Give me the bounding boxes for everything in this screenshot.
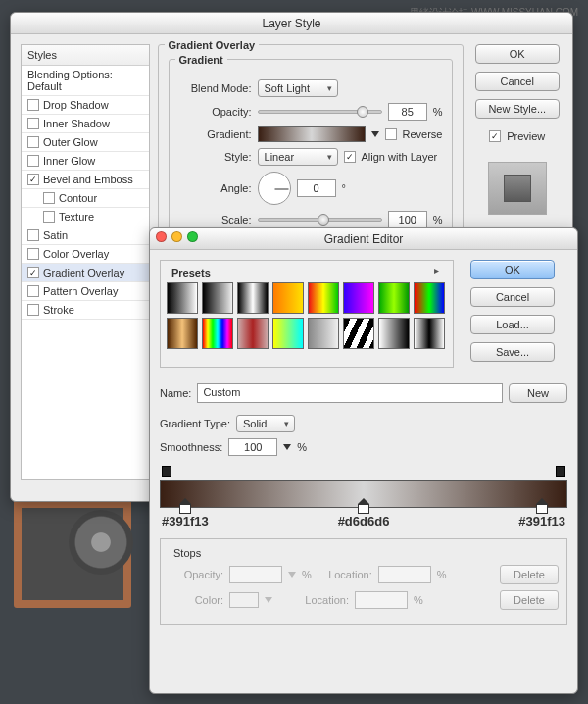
gradient-swatch[interactable] — [258, 126, 366, 142]
gradient-label: Gradient: — [179, 128, 252, 140]
preset-swatch[interactable] — [414, 318, 445, 349]
stops-panel: Stops Opacity: % Location: % Delete Colo… — [160, 538, 567, 625]
smoothness-field[interactable]: 100 — [228, 438, 277, 456]
reverse-checkbox[interactable] — [385, 128, 397, 140]
stop-opacity-unit: % — [302, 569, 312, 580]
style-item-outer-glow[interactable]: Outer Glow — [22, 133, 149, 152]
style-item-label: Contour — [59, 192, 97, 204]
style-item-inner-shadow[interactable]: Inner Shadow — [22, 115, 149, 133]
style-select[interactable]: Linear — [258, 148, 338, 166]
gradient-editor-window: Gradient Editor Presets ▸ OK Cancel Load… — [149, 227, 578, 694]
preset-swatch[interactable] — [308, 282, 339, 314]
save-button[interactable]: Save... — [470, 342, 555, 362]
preset-swatch[interactable] — [202, 282, 233, 314]
style-item-bevel-and-emboss[interactable]: ✓Bevel and Emboss — [22, 171, 149, 189]
opacity-stop-left[interactable] — [162, 466, 172, 477]
color-stop-right[interactable]: #391f13 — [518, 504, 565, 528]
style-item-color-overlay[interactable]: Color Overlay — [22, 245, 149, 264]
ok-button[interactable]: OK — [470, 260, 555, 279]
style-checkbox[interactable] — [27, 304, 39, 316]
new-button[interactable]: New — [509, 383, 567, 403]
gradient-editor-buttons: OK Cancel Load... Save... — [464, 260, 562, 368]
preset-swatch[interactable] — [378, 318, 410, 349]
zoom-icon[interactable] — [187, 231, 198, 242]
style-checkbox[interactable]: ✓ — [27, 267, 39, 278]
blend-mode-select[interactable]: Soft Light — [258, 79, 338, 97]
chevron-down-icon — [265, 597, 272, 603]
preview-label: Preview — [507, 130, 545, 142]
stops-label: Stops — [171, 547, 204, 559]
opacity-field[interactable]: 85 — [388, 103, 427, 121]
preset-swatch[interactable] — [414, 282, 445, 314]
preset-swatch[interactable] — [202, 318, 233, 349]
opacity-label: Opacity: — [179, 106, 252, 118]
style-item-label: Bevel and Emboss — [43, 174, 133, 185]
style-item-label: Satin — [43, 229, 68, 241]
align-checkbox[interactable]: ✓ — [344, 151, 356, 163]
gradient-editor-titlebar[interactable]: Gradient Editor — [150, 228, 577, 250]
style-item-texture[interactable]: Texture — [22, 208, 149, 226]
preset-swatch[interactable] — [378, 282, 410, 314]
cancel-button[interactable]: Cancel — [470, 287, 555, 307]
presets-menu-icon[interactable]: ▸ — [434, 265, 439, 276]
new-style-button[interactable]: New Style... — [475, 99, 560, 119]
style-item-label: Pattern Overlay — [43, 285, 118, 297]
style-checkbox[interactable] — [27, 285, 39, 297]
style-item-stroke[interactable]: Stroke — [22, 301, 149, 320]
preset-swatch[interactable] — [308, 318, 339, 349]
preset-swatch[interactable] — [237, 318, 269, 349]
opacity-slider[interactable] — [258, 110, 382, 114]
preview-checkbox[interactable]: ✓ — [489, 130, 501, 142]
style-item-inner-glow[interactable]: Inner Glow — [22, 152, 149, 171]
blending-options-row[interactable]: Blending Options: Default — [22, 66, 149, 96]
color-stop-left-hex: #391f13 — [162, 514, 209, 528]
preset-swatch[interactable] — [343, 318, 374, 349]
opacity-stop-right[interactable] — [556, 466, 565, 477]
opacity-unit: % — [433, 106, 443, 118]
smoothness-stepper-icon[interactable] — [283, 444, 291, 450]
preset-swatch[interactable] — [272, 318, 304, 349]
preset-swatch[interactable] — [167, 282, 198, 314]
stop-color-swatch — [229, 592, 259, 608]
style-item-satin[interactable]: Satin — [22, 226, 149, 245]
style-checkbox[interactable] — [27, 155, 39, 167]
style-item-label: Outer Glow — [43, 136, 98, 148]
style-item-gradient-overlay[interactable]: ✓Gradient Overlay — [22, 264, 149, 282]
style-item-pattern-overlay[interactable]: Pattern Overlay — [22, 282, 149, 301]
layer-style-titlebar[interactable]: Layer Style — [11, 13, 572, 34]
angle-wheel[interactable] — [258, 172, 291, 205]
style-checkbox[interactable]: ✓ — [27, 174, 39, 185]
gradient-dropdown-icon[interactable] — [371, 131, 379, 137]
style-checkbox[interactable] — [27, 118, 39, 129]
gradient-type-select[interactable]: Solid — [236, 415, 295, 432]
scale-field[interactable]: 100 — [388, 211, 427, 228]
presets-label: Presets — [169, 267, 214, 278]
style-item-contour[interactable]: Contour — [22, 189, 149, 208]
angle-field[interactable]: 0 — [297, 179, 336, 197]
style-label: Style: — [179, 151, 252, 163]
name-field[interactable]: Custom — [197, 383, 503, 403]
stop-color-location-field — [355, 591, 408, 609]
color-stop-left[interactable]: #391f13 — [162, 504, 209, 528]
ok-button[interactable]: OK — [475, 44, 560, 64]
style-checkbox[interactable] — [27, 136, 39, 148]
scale-slider[interactable] — [258, 218, 382, 222]
preset-swatch[interactable] — [343, 282, 374, 314]
color-stop-right-hex: #391f13 — [518, 514, 565, 528]
load-button[interactable]: Load... — [470, 315, 555, 334]
style-checkbox[interactable] — [27, 99, 39, 111]
style-item-drop-shadow[interactable]: Drop Shadow — [22, 96, 149, 115]
scale-label: Scale: — [179, 214, 252, 226]
color-stop-mid[interactable]: #d6d6d6 — [338, 504, 390, 528]
style-checkbox[interactable] — [43, 211, 55, 223]
preset-swatch[interactable] — [237, 282, 269, 314]
style-checkbox[interactable] — [27, 229, 39, 241]
styles-header[interactable]: Styles — [22, 45, 149, 66]
minimize-icon[interactable] — [172, 231, 182, 242]
cancel-button[interactable]: Cancel — [475, 72, 560, 91]
close-icon[interactable] — [156, 231, 167, 242]
preset-swatch[interactable] — [272, 282, 304, 314]
style-checkbox[interactable] — [43, 192, 55, 204]
style-checkbox[interactable] — [27, 248, 39, 260]
preset-swatch[interactable] — [167, 318, 198, 349]
